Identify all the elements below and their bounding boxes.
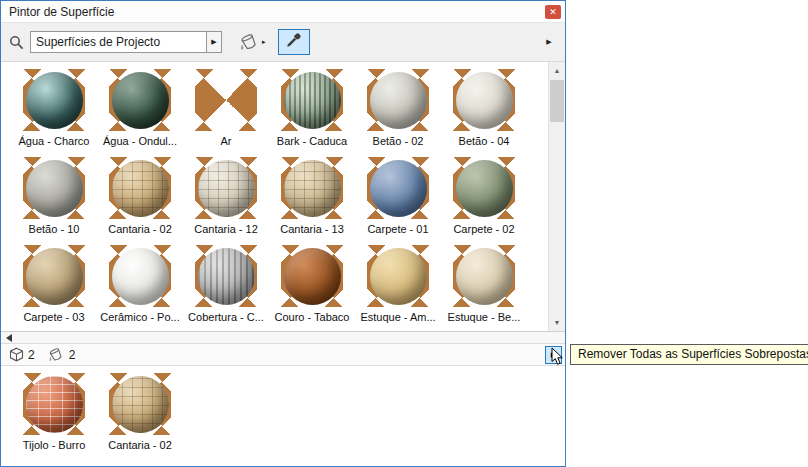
material-label: Carpete - 03 [23,311,84,323]
material-label: Bark - Caduca [277,135,347,147]
material-label: Cantaria - 02 [108,439,172,451]
remove-overrides-button[interactable]: ▶ [545,346,562,364]
material-label: Tijolo - Burro [23,439,86,451]
material-sphere [112,248,169,305]
toolbar: ▶ ▸ ▶ [1,23,565,62]
material-label: Estuque - Be... [448,311,521,323]
material-item[interactable]: Estuque - Be... [441,245,527,331]
material-sphere [112,160,169,217]
material-label: Carpete - 02 [453,223,514,235]
search-combo: ▶ [30,31,222,53]
override-material-item[interactable]: Cantaria - 02 [97,373,183,461]
material-thumbnail [453,245,515,307]
material-item[interactable]: Carpete - 01 [355,157,441,245]
material-item[interactable]: Carpete - 02 [441,157,527,245]
material-label: Cantaria - 13 [280,223,344,235]
material-thumbnail [109,245,171,307]
material-label: Couro - Tabaco [274,311,349,323]
material-thumbnail [367,157,429,219]
paint-bucket-icon[interactable] [238,33,260,52]
material-thumbnail [453,69,515,131]
material-item[interactable]: Betão - 04 [441,69,527,157]
material-sphere [26,160,83,217]
material-item[interactable]: Carpete - 03 [11,245,97,331]
material-item[interactable]: Cantaria - 12 [183,157,269,245]
material-thumbnail [109,373,171,435]
override-count: 2 [69,348,76,362]
material-item[interactable]: Água - Ondul... [97,69,183,157]
material-thumbnail [281,245,343,307]
material-item[interactable]: Cantaria - 13 [269,157,355,245]
override-materials-panel: Tijolo - Burro Cantaria - 02 [1,366,565,466]
material-label: Ar [221,135,232,147]
material-thumbnail [195,69,257,131]
material-sphere [456,248,513,305]
material-item[interactable]: Cantaria - 02 [97,157,183,245]
vertical-scrollbar[interactable]: ▲ ▼ [548,62,565,331]
material-thumbnail [367,69,429,131]
material-thumbnail [23,157,85,219]
material-sphere [284,72,341,129]
material-item[interactable]: Bark - Caduca [269,69,355,157]
collapse-arrow-icon[interactable] [6,334,12,342]
close-button[interactable]: ✕ [545,5,561,19]
material-sphere [112,72,169,129]
material-label: Betão - 10 [29,223,80,235]
override-material-item[interactable]: Tijolo - Burro [11,373,97,461]
material-thumbnail [195,245,257,307]
material-thumbnail [109,157,171,219]
combo-arrow-button[interactable]: ▶ [206,31,222,53]
scroll-down-button[interactable]: ▼ [549,314,565,331]
material-item[interactable]: Cerâmico - Po... [97,245,183,331]
material-item[interactable]: Ar [183,69,269,157]
search-icon [9,35,24,50]
material-item[interactable]: Betão - 02 [355,69,441,157]
material-sphere [198,248,255,305]
material-thumbnail [281,157,343,219]
material-sphere [26,72,83,129]
material-item[interactable]: Betão - 10 [11,157,97,245]
element-count: 2 [28,348,35,362]
element-cube-icon [9,347,24,362]
material-item[interactable]: Cobertura - C... [183,245,269,331]
material-thumbnail [23,373,85,435]
material-sphere [456,72,513,129]
material-sphere [26,248,83,305]
material-label: Cantaria - 02 [108,223,172,235]
status-bar: 2 2 ▶ [1,344,565,366]
scrollbar-thumb[interactable] [550,80,564,122]
eyedropper-icon [285,32,302,53]
panel-splitter[interactable] [1,331,565,344]
eyedropper-button[interactable] [278,29,310,55]
material-thumbnail [195,157,257,219]
scroll-up-button[interactable]: ▲ [549,62,565,79]
materials-grid: Água - Charco Água - Ondul... Ar [1,62,565,331]
search-input[interactable] [30,31,206,53]
material-thumbnail [23,245,85,307]
material-item[interactable]: Água - Charco [11,69,97,157]
tooltip: Remover Todas as Superfícies Sobrepostas [570,344,808,365]
material-label: Estuque - Am... [360,311,435,323]
material-item[interactable]: Estuque - Am... [355,245,441,331]
material-sphere [370,248,427,305]
material-item[interactable]: Couro - Tabaco [269,245,355,331]
material-label: Água - Ondul... [103,135,177,147]
surface-bucket-icon [47,347,65,363]
material-label: Água - Charco [19,135,90,147]
material-thumbnail [367,245,429,307]
toolbar-overflow-button[interactable]: ▶ [541,31,557,53]
material-sphere [284,160,341,217]
material-label: Cerâmico - Po... [100,311,179,323]
material-thumbnail [281,69,343,131]
material-sphere [26,376,83,433]
material-sphere [198,160,255,217]
bucket-dropdown-arrow[interactable]: ▸ [262,38,266,46]
material-label: Betão - 04 [459,135,510,147]
material-sphere [112,376,169,433]
material-thumbnail [109,69,171,131]
materials-panel: Água - Charco Água - Ondul... Ar [1,62,565,331]
material-sphere [370,72,427,129]
title-bar[interactable]: Pintor de Superfície ✕ [1,1,565,23]
material-thumbnail [453,157,515,219]
material-label: Carpete - 01 [367,223,428,235]
